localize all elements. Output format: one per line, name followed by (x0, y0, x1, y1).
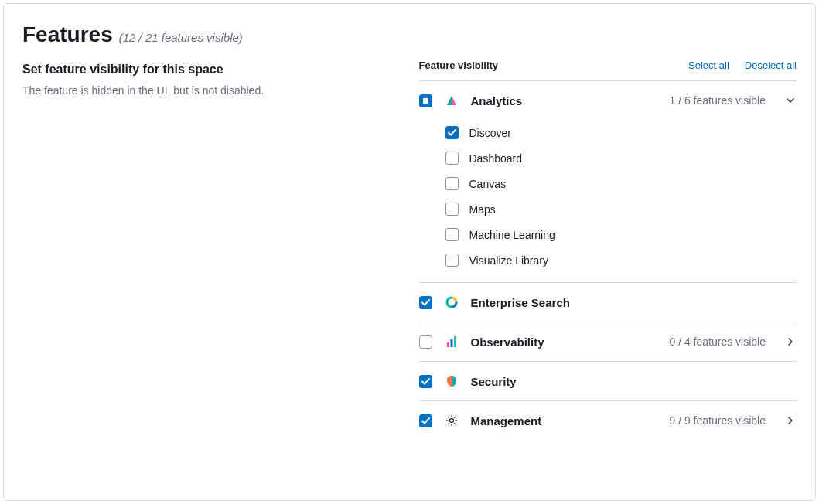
feature-checkbox[interactable] (445, 177, 459, 190)
feature-checkbox[interactable] (445, 228, 459, 241)
feature-checkbox[interactable] (445, 126, 459, 139)
category-row[interactable]: Analytics1 / 6 features visible (419, 81, 797, 120)
feature-label: Maps (469, 203, 496, 216)
deselect-all-button[interactable]: Deselect all (745, 60, 797, 71)
feature-row: Maps (445, 196, 797, 222)
feature-label: Machine Learning (469, 229, 555, 241)
header-actions: Select all Deselect all (688, 60, 797, 71)
feature-checkbox[interactable] (445, 254, 459, 267)
chevron-down-icon[interactable] (784, 94, 797, 107)
category-name: Management (471, 414, 657, 427)
sub-features: DiscoverDashboardCanvasMapsMachine Learn… (419, 120, 797, 282)
categories-list: Analytics1 / 6 features visibleDiscoverD… (419, 81, 797, 440)
category-row[interactable]: Enterprise Search (419, 283, 797, 322)
feature-row: Visualize Library (445, 247, 797, 273)
feature-row: Dashboard (445, 145, 797, 171)
category-name: Security (471, 375, 797, 388)
svg-line-12 (448, 423, 449, 424)
category-row[interactable]: Observability0 / 4 features visible (419, 322, 797, 361)
analytics-icon (445, 94, 459, 107)
right-column: Feature visibility Select all Deselect a… (419, 22, 797, 482)
category-row[interactable]: Management9 / 9 features visible (419, 401, 797, 440)
category-count: 1 / 6 features visible (669, 94, 766, 107)
page-title: Features (22, 22, 113, 47)
title-row: Features (12 / 21 features visible) (22, 22, 401, 47)
category-observability: Observability0 / 4 features visible (419, 322, 797, 362)
feature-checkbox[interactable] (445, 203, 459, 216)
management-icon (445, 414, 459, 427)
chevron-right-icon[interactable] (784, 335, 797, 348)
svg-rect-3 (450, 339, 452, 347)
category-name: Observability (471, 335, 657, 349)
category-analytics: Analytics1 / 6 features visibleDiscoverD… (419, 81, 797, 283)
header-label: Feature visibility (419, 60, 499, 71)
category-enterprise-search: Enterprise Search (419, 283, 797, 322)
svg-rect-2 (447, 342, 449, 347)
subtitle: Set feature visibility for this space (22, 63, 401, 77)
svg-point-5 (449, 419, 453, 423)
feature-row: Machine Learning (445, 222, 797, 247)
category-checkbox[interactable] (419, 94, 432, 107)
svg-rect-0 (423, 98, 428, 104)
select-all-button[interactable]: Select all (688, 60, 729, 71)
category-count: 9 / 9 features visible (669, 414, 766, 427)
category-name: Analytics (471, 94, 657, 107)
feature-row: Discover (445, 120, 797, 145)
feature-label: Visualize Library (469, 254, 548, 267)
security-icon (445, 374, 459, 388)
category-checkbox[interactable] (419, 296, 432, 309)
svg-line-13 (454, 417, 456, 418)
observability-icon (445, 335, 459, 349)
category-name: Enterprise Search (471, 296, 797, 309)
category-management: Management9 / 9 features visible (419, 401, 797, 440)
feature-label: Dashboard (469, 152, 523, 165)
svg-line-10 (448, 417, 449, 418)
category-checkbox[interactable] (419, 335, 432, 349)
category-checkbox[interactable] (419, 375, 432, 388)
feature-checkbox[interactable] (445, 152, 459, 165)
category-count: 0 / 4 features visible (669, 335, 766, 348)
enterprise-search-icon (445, 295, 459, 309)
title-count: (12 / 21 features visible) (119, 31, 243, 44)
chevron-right-icon[interactable] (784, 414, 797, 427)
category-row[interactable]: Security (419, 362, 797, 400)
svg-line-11 (454, 423, 456, 424)
feature-visibility-header: Feature visibility Select all Deselect a… (419, 60, 797, 81)
feature-label: Discover (469, 127, 511, 139)
category-checkbox[interactable] (419, 414, 432, 427)
features-panel: Features (12 / 21 features visible) Set … (3, 3, 816, 501)
category-security: Security (419, 362, 797, 401)
description: The feature is hidden in the UI, but is … (22, 84, 401, 97)
svg-rect-4 (454, 336, 456, 347)
feature-row: Canvas (445, 171, 797, 196)
left-column: Features (12 / 21 features visible) Set … (22, 22, 401, 482)
feature-label: Canvas (469, 178, 506, 190)
